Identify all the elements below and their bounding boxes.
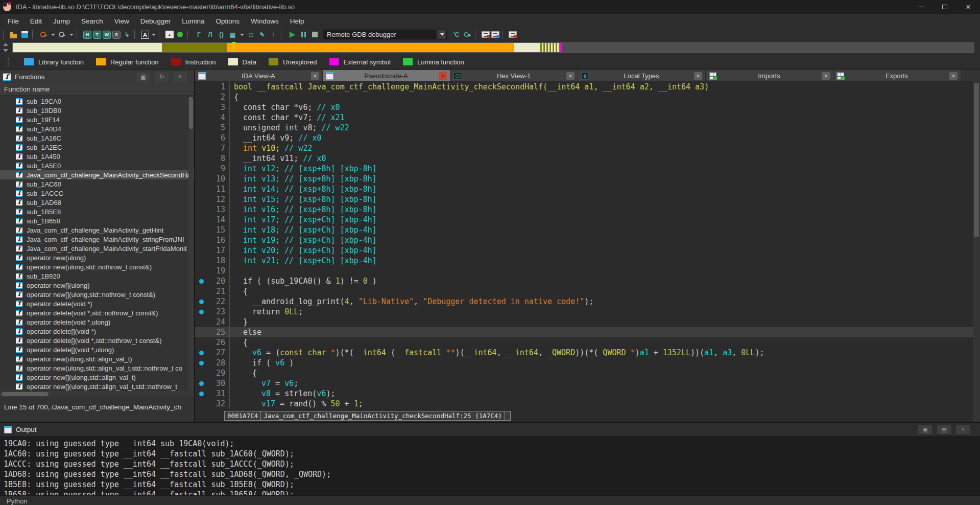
function-list-item[interactable]: sub_19DB0 [0, 106, 194, 115]
text-options-dropdown-icon[interactable] [151, 30, 156, 39]
resume-marker-icon[interactable] [175, 30, 185, 39]
debug-grid-icon[interactable]: ▦ [228, 30, 237, 39]
breakpoint-dot-icon[interactable] [195, 307, 207, 317]
function-list-item[interactable]: sub_1AD68 [0, 198, 194, 207]
close-tab-icon[interactable]: × [439, 72, 447, 80]
gray-key-dropdown-icon[interactable] [68, 30, 74, 39]
save-database-icon[interactable] [20, 30, 30, 39]
navigation-band[interactable] [12, 42, 974, 53]
function-list-item[interactable]: sub_1B5E8 [0, 207, 194, 216]
code-line[interactable]: 29{ [195, 368, 973, 378]
tab-local-types[interactable]: Local Types× [578, 70, 706, 81]
function-list-item[interactable]: operator new(ulong,std::align_val_t) [0, 354, 194, 363]
breakpoint-dot-icon[interactable] [195, 348, 207, 358]
code-line[interactable]: 18int v21; // [xsp+Ch] [xbp-4h] [195, 256, 973, 266]
start-process-icon[interactable] [288, 30, 297, 39]
stop-process-icon[interactable] [310, 30, 320, 39]
menu-search[interactable]: Search [76, 17, 109, 25]
menu-file[interactable]: File [2, 17, 25, 25]
code-line[interactable]: 12int v15; // [xsp+8h] [xbp-8h] [195, 194, 973, 204]
pseudocode-scrollbar[interactable] [973, 81, 980, 422]
tab-hex-view-1[interactable]: Hex View-1× [450, 70, 578, 81]
breakpoint-dot-icon[interactable] [195, 296, 207, 307]
functions-close-button[interactable]: × [173, 72, 187, 82]
function-list-item[interactable]: Java_com_ctf_challenge_MainActivity_star… [0, 244, 194, 253]
function-name-column-header[interactable]: Function name [0, 83, 194, 96]
code-line[interactable]: 7int v10; // w22 [195, 143, 973, 153]
function-list-item[interactable]: operator new(ulong,std::align_val_t,std:… [0, 363, 194, 373]
open-file-icon[interactable] [9, 30, 18, 39]
orange-key-dropdown-icon[interactable] [50, 30, 56, 39]
debug-edit-icon[interactable]: ✎ [257, 30, 267, 39]
function-list-item[interactable]: Java_com_ctf_challenge_MainActivity_stri… [0, 235, 194, 244]
jump-target-icon[interactable]: ↳ [122, 30, 132, 39]
python-tab[interactable]: Python [7, 497, 27, 505]
code-line[interactable]: 10int v13; // [xsp+8h] [xbp-8h] [195, 174, 973, 184]
database-view-gray-icon[interactable]: S [112, 31, 121, 39]
code-line[interactable]: 4const char *v7; // x21 [195, 112, 973, 123]
code-line[interactable]: 3const char *v6; // x0 [195, 102, 973, 112]
detach-from-process-icon[interactable]: C▸ [463, 30, 472, 39]
function-list-item[interactable]: sub_19F14 [0, 115, 194, 124]
tab-pseudocode-a[interactable]: Pseudocode-A× [323, 70, 450, 81]
output-log[interactable]: 19CA0: using guessed type __int64 sub_19… [0, 436, 980, 500]
legend-grip[interactable] [8, 58, 10, 66]
function-list-item[interactable]: sub_1A2EC [0, 143, 194, 152]
menu-lumina[interactable]: Lumina [176, 17, 210, 25]
function-list-item[interactable]: sub_1A16C [0, 133, 194, 143]
output-dock-button[interactable]: ▤ [937, 425, 951, 434]
functions-vscroll-thumb[interactable] [189, 97, 193, 129]
code-line[interactable]: 27v6 = (const char *)(*(__int64 (__fastc… [195, 348, 973, 358]
menu-windows[interactable]: Windows [245, 17, 284, 25]
function-list-item[interactable]: sub_1AC60 [0, 179, 194, 189]
functions-vertical-scrollbar[interactable] [188, 96, 194, 392]
output-close-button[interactable]: × [956, 425, 970, 434]
code-line[interactable]: 17int v20; // [xsp+Ch] [xbp-4h] [195, 245, 973, 256]
close-tab-icon[interactable]: × [949, 72, 958, 80]
function-list-item[interactable]: operator delete(void *,std::nothrow_t co… [0, 308, 194, 317]
code-line[interactable]: 6__int64 v9; // x0 [195, 133, 973, 143]
code-line[interactable]: 26{ [195, 337, 973, 348]
code-line[interactable]: 1bool __fastcall Java_com_ctf_challenge_… [195, 82, 973, 92]
tab-ida-view-a[interactable]: IDA View-A× [195, 70, 323, 81]
breakpoint-list-blue-icon[interactable] [491, 31, 499, 38]
function-list-item[interactable]: sub_1B920 [0, 271, 194, 281]
debug-grid-dropdown-icon[interactable] [239, 30, 245, 39]
breakpoint-dot-icon[interactable] [195, 378, 207, 388]
code-line[interactable]: 2{ [195, 92, 973, 102]
debug-window-2-icon[interactable]: Л [205, 30, 215, 39]
code-line[interactable]: 16int v19; // [xsp+Ch] [xbp-4h] [195, 235, 973, 245]
attach-to-process-icon[interactable]: 'C [451, 30, 461, 39]
close-tab-icon[interactable]: × [694, 72, 702, 80]
function-list-item[interactable]: sub_1A450 [0, 152, 194, 161]
function-list-item[interactable]: operator delete[](void *) [0, 327, 194, 336]
tab-imports[interactable]: Imports× [706, 70, 833, 81]
function-list-item[interactable]: operator new(ulong,std::nothrow_t const&… [0, 262, 194, 271]
code-line[interactable]: 23return 0LL; [195, 307, 973, 317]
database-view-w-icon[interactable]: W [103, 31, 111, 39]
database-view-h-icon[interactable]: H [83, 31, 91, 39]
close-tab-icon[interactable]: × [566, 72, 575, 80]
code-line[interactable]: 11int v14; // [xsp+8h] [xbp-8h] [195, 184, 973, 194]
code-line[interactable]: 32v17 = rand() % 50 + 1; [195, 399, 973, 409]
close-tab-icon[interactable]: × [822, 72, 830, 80]
function-list-item[interactable]: sub_19CA0 [0, 97, 194, 106]
function-list-item[interactable]: sub_1A0D4 [0, 124, 194, 133]
breakpoint-marker-icon[interactable]: ▲ [165, 31, 174, 38]
function-list-item[interactable]: operator delete[](void *,ulong) [0, 345, 194, 354]
function-list-item[interactable]: Java_com_ctf_challenge_MainActivity_getH… [0, 225, 194, 235]
gray-key-icon[interactable] [57, 30, 67, 39]
function-list-item[interactable]: operator delete(void *,ulong) [0, 317, 194, 327]
close-tab-icon[interactable]: × [311, 72, 319, 80]
menu-view[interactable]: View [109, 17, 135, 25]
function-list-item[interactable]: sub_1ACCC [0, 189, 194, 198]
functions-horizontal-scrollbar[interactable] [0, 391, 194, 397]
function-list-item[interactable]: Java_com_ctf_challenge_MainActivity_chec… [0, 170, 194, 179]
function-list-item[interactable]: operator delete(void *) [0, 299, 194, 308]
code-line[interactable]: 25else [195, 327, 973, 337]
code-line[interactable]: 28if ( v6 ) [195, 358, 973, 368]
pseudocode-text[interactable]: 1bool __fastcall Java_com_ctf_challenge_… [195, 82, 973, 422]
debug-braces-icon[interactable]: {} [217, 30, 226, 39]
debugger-selector[interactable]: Remote GDB debugger [323, 30, 436, 39]
menu-options[interactable]: Options [210, 17, 245, 25]
